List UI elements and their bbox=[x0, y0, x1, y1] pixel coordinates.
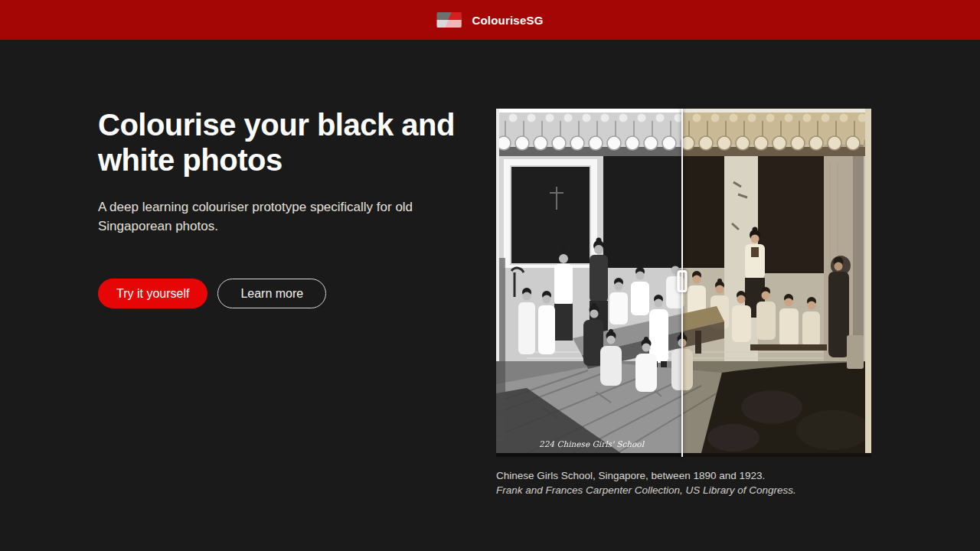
learn-more-button[interactable]: Learn more bbox=[217, 279, 326, 308]
page-title: Colourise your black and white photos bbox=[98, 107, 455, 178]
try-it-yourself-button[interactable]: Try it yourself bbox=[98, 279, 207, 308]
hero-subtitle: A deep learning colouriser prototype spe… bbox=[98, 197, 485, 236]
singapore-flag-logo-icon bbox=[436, 12, 462, 28]
photo-caption-title: Chinese Girls School, Singapore, between… bbox=[496, 468, 796, 483]
black-and-white-photo-layer bbox=[496, 109, 682, 457]
photo-caption-credit: Frank and Frances Carpenter Collection, … bbox=[496, 483, 796, 497]
before-after-comparison-slider[interactable] bbox=[496, 109, 871, 457]
slider-drag-handle-icon[interactable] bbox=[678, 270, 688, 292]
hero-buttons: Try it yourself Learn more bbox=[98, 279, 326, 308]
app-title: ColouriseSG bbox=[472, 14, 543, 27]
photo-caption: Chinese Girls School, Singapore, between… bbox=[496, 468, 796, 497]
page-title-line2: white photos bbox=[98, 142, 455, 178]
page-title-line1: Colourise your black and bbox=[98, 107, 455, 142]
app-header: ColouriseSG bbox=[0, 0, 980, 40]
